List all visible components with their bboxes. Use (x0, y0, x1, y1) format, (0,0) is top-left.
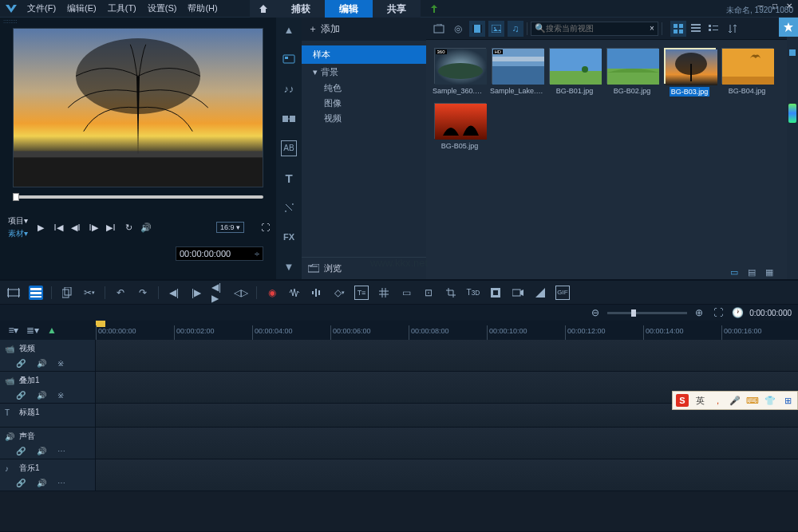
thumbnail-item[interactable]: BG-B05.jpg (433, 103, 487, 150)
media-category-icon[interactable] (281, 52, 297, 67)
menu-edit[interactable]: 编辑(E) (67, 2, 97, 14)
layout1-icon[interactable]: ▭ (728, 266, 741, 278)
tab-capture[interactable]: 捕获 (277, 0, 325, 18)
track-fx-icon[interactable]: ※ (57, 358, 67, 368)
scrub-handle[interactable] (13, 193, 19, 201)
home-button[interactable] (250, 0, 277, 18)
tab-edit[interactable]: 编辑 (325, 0, 373, 18)
import-icon[interactable] (431, 21, 447, 37)
track-lane[interactable] (96, 428, 798, 459)
aspect-ratio-selector[interactable]: 16:9 ▾ (216, 222, 244, 233)
trim-left-icon[interactable]: ◀| (167, 286, 181, 300)
step-fwd-button[interactable]: I▶ (87, 221, 100, 234)
track-vol-icon[interactable]: 🔊 (37, 446, 46, 455)
text-tool-icon[interactable]: T≡ (354, 286, 369, 300)
3d-text-icon[interactable]: T3D (466, 286, 480, 300)
ab-category-icon[interactable]: AB (281, 140, 297, 156)
track-header[interactable]: T标题1 (0, 404, 96, 427)
ime-keyboard-icon[interactable]: ⌨ (746, 394, 759, 407)
chroma-icon[interactable] (488, 286, 503, 300)
menu-file[interactable]: 文件(F) (27, 2, 56, 14)
slip-icon[interactable]: ◁▷ (234, 286, 248, 300)
add-button[interactable]: ＋ 添加 (308, 22, 340, 36)
track-header[interactable]: 📹视频🔗🔊※ (0, 340, 96, 371)
ime-comma-icon[interactable]: ， (711, 394, 724, 407)
favorite-corner[interactable] (779, 18, 798, 37)
layout2-icon[interactable]: ▤ (745, 266, 758, 278)
track-lane[interactable] (96, 459, 798, 491)
upload-button[interactable] (421, 0, 448, 18)
goto-end-button[interactable]: ▶I (105, 221, 117, 234)
edge-swatches[interactable] (788, 104, 796, 123)
thumbnail-item[interactable]: BG-B03.jpg (662, 48, 717, 97)
fx-category-icon[interactable]: FX (281, 230, 297, 245)
ime-logo-icon[interactable]: S (676, 394, 689, 407)
keyframe-icon[interactable]: ◇▾ (332, 286, 346, 300)
tree-image[interactable]: 图像 (302, 96, 426, 111)
zoom-handle[interactable] (631, 309, 636, 317)
ime-mic-icon[interactable]: 🎤 (729, 394, 741, 407)
thumbnail-item[interactable]: BG-B02.jpg (605, 48, 659, 97)
crop-icon[interactable] (444, 286, 458, 300)
step-back-button[interactable]: ◀I (69, 221, 82, 234)
goto-start-button[interactable]: I◀ (52, 221, 65, 234)
track-link-icon[interactable]: 🔗 (16, 478, 26, 487)
thumbnail-item[interactable]: BG-B04.jpg (720, 48, 774, 97)
zoom-out-icon[interactable]: ⊖ (588, 305, 602, 320)
menu-settings[interactable]: 设置(S) (148, 2, 177, 14)
title-category-icon[interactable]: T (281, 171, 297, 186)
ruler-scale[interactable]: 00:00:00:0000:00:02:0000:00:04:0000:00:0… (96, 321, 798, 340)
preview-timecode[interactable]: 00:00:00:000÷ (176, 246, 263, 261)
play-button[interactable]: ▶ (34, 221, 47, 234)
fit-icon[interactable]: ⛶ (711, 305, 725, 320)
zoom-in-icon[interactable]: ⊕ (692, 305, 706, 320)
undo-icon[interactable]: ↶ (113, 286, 128, 300)
record-icon[interactable]: ◉ (265, 286, 279, 300)
menu-tools[interactable]: 工具(T) (108, 2, 136, 14)
collapse-icon[interactable]: ▲ (281, 22, 297, 37)
grid-icon[interactable] (377, 286, 391, 300)
tree-video[interactable]: 视频 (302, 111, 426, 126)
copy-icon[interactable] (60, 286, 74, 300)
track-link-icon[interactable]: 🔗 (16, 390, 26, 400)
filter-photo-icon[interactable] (488, 21, 504, 37)
track-vol-icon[interactable]: 🔊 (37, 358, 46, 368)
filter-video-icon[interactable] (469, 21, 485, 37)
normalize-icon[interactable] (310, 286, 324, 300)
tools-icon[interactable]: ✂▾ (82, 286, 97, 300)
fullscreen-button[interactable]: ⛶ (259, 221, 271, 234)
split-icon[interactable]: ◀|▶ (211, 286, 226, 300)
track-menu1-icon[interactable]: ≡▾ (6, 323, 21, 337)
track-link-icon[interactable]: 🔗 (16, 446, 26, 455)
thumbnail-item[interactable]: HDSample_Lake.m... (490, 48, 544, 97)
thumbnail-item[interactable]: 360Sample_360.mp4 (433, 48, 487, 97)
clock-icon[interactable]: 🕐 (730, 305, 745, 320)
audio-category-icon[interactable]: ♪♪ (281, 81, 297, 97)
ime-lang[interactable]: 英 (693, 394, 706, 407)
browse-button[interactable]: 浏览 (302, 257, 426, 279)
track-more-icon[interactable]: ⋯ (57, 478, 67, 487)
track-header[interactable]: 📹叠加1🔗🔊※ (0, 372, 96, 403)
track-lane[interactable] (96, 340, 798, 371)
tree-sample[interactable]: 样本 (302, 45, 426, 64)
trim-right-icon[interactable]: |▶ (189, 286, 203, 300)
mask-icon[interactable]: ▭ (399, 286, 413, 300)
thumbnail-item[interactable]: BG-B01.jpg (547, 48, 602, 97)
preview-tab-clip[interactable]: 素材▾ (6, 227, 30, 240)
clear-search-icon[interactable]: × (647, 24, 657, 33)
gif-icon[interactable]: GIF (555, 286, 570, 300)
track-vol-icon[interactable]: 🔊 (37, 478, 46, 487)
preview-viewport[interactable] (13, 28, 263, 187)
expand-icon[interactable]: ▼ (281, 259, 297, 274)
track-link-icon[interactable]: 🔗 (16, 358, 26, 368)
track-menu2-icon[interactable]: ≣▾ (26, 323, 40, 337)
track-fx-icon[interactable]: ※ (57, 390, 67, 400)
track-header[interactable]: 🔊声音🔗🔊⋯ (0, 428, 96, 459)
track-add-icon[interactable]: ▲ (45, 323, 59, 337)
search-input[interactable] (546, 24, 647, 33)
preview-tab-project[interactable]: 项目▾ (6, 215, 30, 227)
zoom-slider[interactable] (607, 312, 687, 314)
camera-icon[interactable] (511, 286, 525, 300)
edge-marker[interactable] (789, 49, 796, 56)
track-more-icon[interactable]: ⋯ (57, 446, 67, 455)
